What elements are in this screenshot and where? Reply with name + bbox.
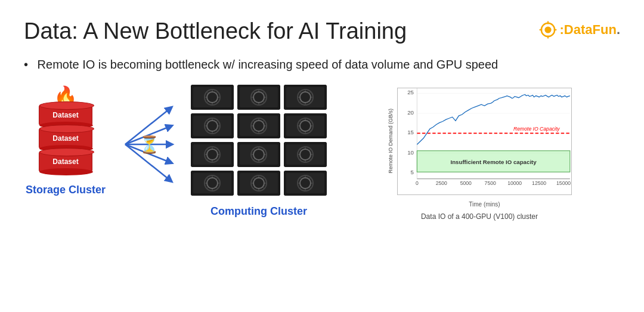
bullet-marker: • — [24, 58, 32, 71]
svg-point-24 — [257, 95, 261, 99]
y-axis-label-container: Remote IO Demand (GB/s) — [385, 91, 396, 192]
svg-point-41 — [208, 122, 216, 130]
svg-point-67 — [205, 147, 220, 162]
y-axis-label: Remote IO Demand (GB/s) — [388, 109, 394, 174]
dataset-1: Dataset — [39, 104, 92, 126]
svg-text:10000: 10000 — [507, 180, 522, 186]
svg-point-60 — [304, 124, 307, 128]
gpu-section: Computing Cluster — [191, 85, 327, 218]
svg-line-108 — [253, 178, 264, 189]
svg-line-46 — [207, 121, 218, 131]
svg-point-1 — [544, 26, 551, 33]
svg-line-117 — [300, 178, 311, 189]
svg-line-118 — [300, 178, 311, 189]
svg-line-63 — [300, 121, 311, 131]
gpu-card-1-1 — [191, 85, 234, 110]
svg-point-113 — [301, 179, 309, 187]
svg-point-15 — [210, 95, 214, 99]
svg-line-54 — [253, 121, 264, 131]
svg-point-76 — [251, 147, 267, 162]
gpu-card-2-2 — [237, 113, 280, 138]
svg-point-114 — [304, 181, 307, 185]
bullet-text: Remote IO is becoming bottleneck w/ incr… — [32, 58, 499, 71]
svg-line-36 — [300, 92, 311, 103]
chart-section: Remote IO Demand (GB/s) 25 20 15 10 5 — [339, 85, 620, 221]
svg-line-91 — [300, 149, 311, 160]
svg-point-51 — [257, 124, 261, 128]
svg-point-33 — [304, 95, 307, 99]
svg-line-64 — [300, 121, 311, 131]
svg-text:Insufficient Remote IO capacit: Insufficient Remote IO capacity — [450, 158, 537, 165]
svg-point-69 — [210, 153, 214, 156]
svg-point-78 — [257, 153, 261, 156]
gpu-card-3-1 — [191, 142, 234, 167]
header: Data: A New Bottleneck for AI Training :… — [24, 18, 620, 45]
svg-text:20: 20 — [407, 109, 414, 116]
svg-text:25: 25 — [407, 89, 414, 95]
svg-point-68 — [208, 150, 216, 159]
svg-point-105 — [257, 181, 261, 185]
arrow-container: ⏳ — [119, 97, 179, 192]
svg-line-55 — [253, 121, 264, 131]
db-stack: 🔥 Dataset Dataset Dataset — [39, 85, 92, 174]
svg-point-13 — [205, 89, 220, 105]
svg-text:0: 0 — [416, 180, 419, 186]
gpu-card-2-3 — [284, 113, 327, 138]
svg-point-86 — [301, 150, 309, 159]
svg-line-72 — [207, 149, 218, 160]
svg-point-14 — [208, 93, 216, 101]
svg-text:10: 10 — [407, 149, 414, 156]
gpu-card-2-1 — [191, 113, 234, 138]
bullet-section: • Remote IO is becoming bottleneck w/ in… — [24, 56, 620, 73]
svg-point-40 — [205, 118, 220, 134]
svg-line-90 — [300, 149, 311, 160]
svg-line-19 — [207, 92, 218, 103]
svg-point-85 — [298, 147, 313, 162]
logo-text-data: :DataFun — [560, 22, 617, 38]
svg-point-96 — [210, 181, 214, 185]
svg-point-94 — [205, 175, 220, 191]
storage-section: 🔥 Dataset Dataset Dataset Storage Cluste… — [24, 85, 107, 196]
svg-text:12500: 12500 — [532, 180, 546, 186]
svg-point-49 — [251, 118, 267, 134]
svg-point-50 — [255, 122, 263, 130]
svg-line-18 — [207, 92, 218, 103]
gpu-card-4-1 — [191, 171, 234, 196]
arrows-section: ⏳ — [119, 85, 179, 192]
chart-area: 25 20 15 10 5 Remote IO — [397, 88, 572, 195]
svg-point-59 — [301, 122, 309, 130]
svg-text:2500: 2500 — [436, 180, 447, 186]
svg-point-22 — [251, 89, 267, 105]
svg-text:7500: 7500 — [485, 180, 496, 186]
page-title: Data: A New Bottleneck for AI Training — [24, 18, 407, 45]
svg-point-103 — [251, 175, 267, 191]
svg-point-23 — [255, 93, 263, 101]
gpu-card-3-2 — [237, 142, 280, 167]
datafun-logo-icon — [538, 20, 558, 39]
svg-text:15: 15 — [407, 129, 414, 135]
svg-text:5000: 5000 — [460, 180, 472, 186]
svg-point-31 — [298, 89, 313, 105]
chart-svg: 25 20 15 10 5 Remote IO — [398, 88, 571, 194]
svg-point-112 — [298, 175, 313, 191]
x-axis-label: Time (mins) — [397, 201, 572, 208]
svg-line-99 — [207, 178, 218, 189]
svg-line-28 — [253, 92, 264, 103]
computing-cluster-label: Computing Cluster — [210, 205, 307, 218]
gpu-card-4-2 — [237, 171, 280, 196]
content-area: 🔥 Dataset Dataset Dataset Storage Cluste… — [24, 85, 620, 221]
svg-point-42 — [210, 124, 214, 128]
svg-line-109 — [253, 178, 264, 189]
svg-point-32 — [301, 93, 309, 101]
gpu-grid — [191, 85, 327, 196]
svg-point-95 — [208, 179, 216, 187]
svg-text:5: 5 — [411, 169, 414, 175]
svg-text:15000: 15000 — [556, 180, 571, 186]
slide: Data: A New Bottleneck for AI Training :… — [0, 0, 644, 312]
svg-point-77 — [255, 150, 263, 159]
storage-cluster-label: Storage Cluster — [26, 184, 106, 196]
svg-point-58 — [298, 118, 313, 134]
logo-text-fun: . — [617, 22, 620, 38]
svg-line-37 — [300, 92, 311, 103]
svg-line-27 — [253, 92, 264, 103]
